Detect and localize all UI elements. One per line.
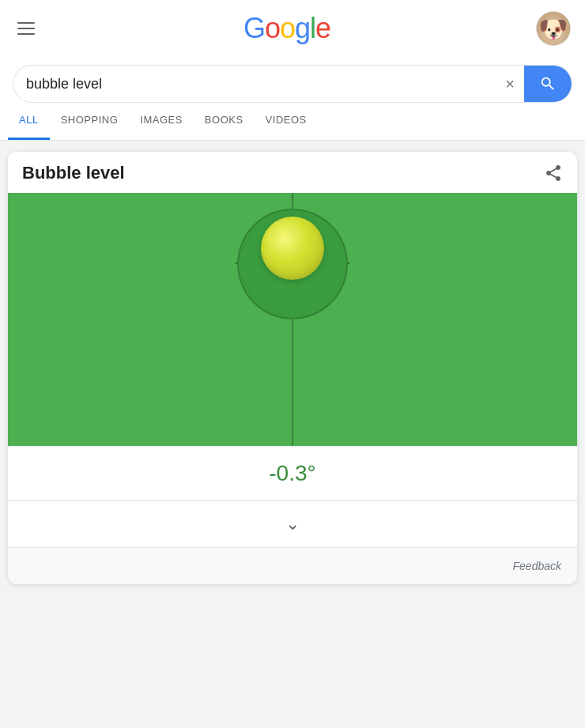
search-bar-container: ×	[0, 57, 585, 103]
search-button[interactable]	[524, 65, 572, 103]
expand-section[interactable]: ⌄	[8, 500, 577, 547]
header: Google	[0, 0, 585, 57]
search-clear-button[interactable]: ×	[496, 75, 524, 93]
logo-o1: o	[265, 12, 280, 45]
google-logo: Google	[243, 12, 330, 45]
card-title: Bubble level	[22, 163, 125, 183]
angle-value: -0.3°	[269, 461, 315, 485]
angle-display: -0.3°	[8, 446, 577, 500]
bubble	[261, 217, 324, 280]
bubble-level-display[interactable]	[8, 193, 577, 446]
logo-e: e	[315, 12, 330, 45]
menu-line-2	[17, 28, 35, 29]
search-icon	[539, 75, 557, 92]
tab-books[interactable]: BOOKS	[194, 102, 255, 140]
menu-line-3	[17, 33, 35, 35]
tab-all[interactable]: ALL	[8, 102, 50, 140]
chevron-down-icon: ⌄	[285, 514, 300, 534]
logo-g2: g	[295, 12, 310, 45]
bubble-level-card: Bubble level -0.3° ⌄ Feedback	[8, 152, 577, 584]
card-header: Bubble level	[8, 152, 577, 193]
avatar-image	[537, 12, 570, 45]
menu-button[interactable]	[14, 19, 38, 38]
feedback-section: Feedback	[8, 547, 577, 584]
share-button[interactable]	[544, 164, 563, 183]
logo-o2: o	[280, 12, 295, 45]
tab-videos[interactable]: VIDEOS	[255, 102, 318, 140]
search-tabs: ALL SHOPPING IMAGES BOOKS VIDEOS	[0, 103, 585, 141]
feedback-link[interactable]: Feedback	[513, 560, 561, 572]
tab-images[interactable]: IMAGES	[129, 102, 194, 140]
search-input[interactable]	[13, 76, 496, 92]
share-icon	[544, 164, 563, 183]
menu-line-1	[17, 22, 35, 24]
search-bar: ×	[13, 65, 572, 103]
avatar[interactable]	[536, 11, 571, 46]
tab-shopping[interactable]: SHOPPING	[50, 102, 130, 140]
logo-l: l	[310, 12, 315, 45]
logo-g: G	[243, 12, 265, 45]
